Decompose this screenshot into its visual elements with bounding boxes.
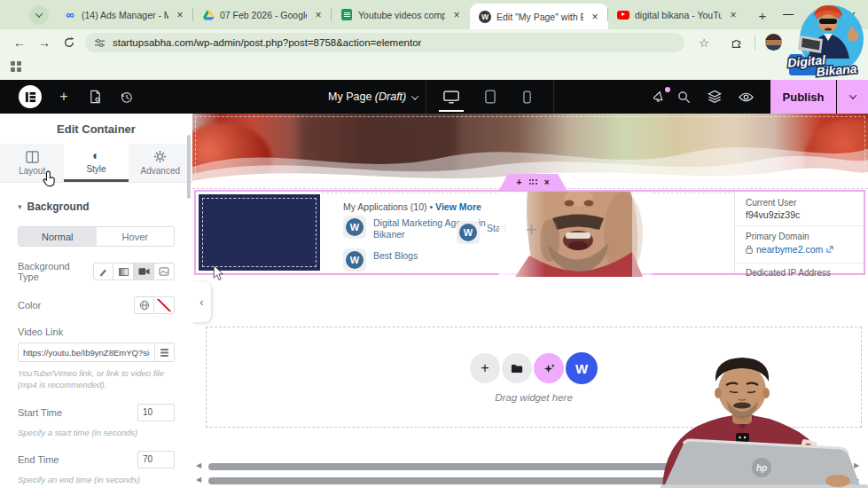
lock-icon — [746, 245, 753, 254]
panel-scrollbar[interactable] — [187, 135, 191, 199]
preview-eye-button[interactable] — [731, 80, 761, 114]
mobile-view-button[interactable] — [512, 80, 542, 114]
clear-color-button[interactable] — [154, 296, 175, 314]
end-time-input[interactable] — [137, 451, 175, 468]
arrow-cursor — [213, 265, 223, 281]
wordpress-icon: W — [479, 11, 491, 23]
app-link[interactable]: Best Blogs — [373, 248, 487, 262]
state-switch: Normal Hover — [18, 226, 175, 247]
bg-video-button[interactable] — [134, 263, 154, 280]
handle-add-icon[interactable]: + — [516, 177, 521, 187]
dedicated-ip-label: Dedicated IP Address — [746, 268, 831, 278]
tab-ads-manager[interactable]: ∞ (14) Ads Manager - Mana × — [55, 0, 193, 29]
history-button[interactable] — [111, 80, 141, 114]
tab-advanced[interactable]: Advanced — [129, 144, 192, 182]
app-row[interactable]: W Best Blogs — [343, 248, 487, 272]
screen: ∞ (14) Ads Manager - Mana × 07 Feb 2026 … — [0, 0, 868, 488]
url-text: startupsabha.com/wp-admin/post.php?post=… — [113, 37, 421, 48]
selected-container[interactable]: My Applications (10) • View More W Digit… — [194, 190, 865, 275]
page-title[interactable]: My Page (Draft) — [328, 80, 418, 114]
finder-search-button[interactable] — [669, 80, 699, 114]
video-camera-icon — [138, 267, 150, 276]
tab-style[interactable]: ◐ Style — [64, 144, 128, 182]
meta-icon: ∞ — [64, 9, 76, 21]
start-time-help: Specify a start time (in seconds) — [18, 427, 175, 438]
tab-search-button[interactable] — [29, 5, 49, 25]
state-hover[interactable]: Hover — [97, 227, 175, 246]
tab-youtube[interactable]: digital bikana - YouTube × — [608, 0, 747, 29]
panel-collapse-handle[interactable]: ‹ — [192, 282, 211, 322]
primary-domain-link[interactable]: nearbyme2.com — [746, 244, 833, 255]
brand-overlay: Digital Bikana — [782, 4, 868, 80]
reload-button[interactable] — [59, 32, 80, 53]
wordpress-widgets-button[interactable]: W — [566, 352, 598, 384]
panel-tabs: Layout ◐ Style Advanced — [0, 144, 192, 183]
drag-hint-text: Drag widget here — [495, 392, 573, 403]
column-dashed-outline — [202, 198, 317, 267]
tab-close-icon[interactable]: × — [589, 11, 601, 23]
forward-button[interactable]: → — [34, 32, 55, 53]
desktop-view-button[interactable] — [436, 80, 466, 114]
video-link-label: Video Link — [18, 327, 175, 337]
ai-builder-button[interactable] — [534, 353, 564, 383]
tablet-view-button[interactable] — [475, 80, 505, 114]
handle-close-icon[interactable]: × — [544, 177, 550, 187]
structure-layers-button[interactable] — [700, 80, 730, 114]
publish-options-button[interactable] — [837, 80, 868, 114]
scroll-left-icon[interactable]: ◀ — [196, 476, 201, 484]
add-element-button[interactable]: + — [49, 80, 79, 114]
tab-sheets[interactable]: Youtube videos complet × — [332, 0, 470, 29]
current-user-label: Current User — [746, 198, 796, 208]
container-handle[interactable]: + × — [499, 174, 567, 190]
tab-close-icon[interactable]: × — [312, 9, 325, 21]
bg-slideshow-button[interactable] — [154, 263, 175, 280]
slideshow-icon — [159, 267, 169, 276]
chevron-down-icon — [848, 91, 856, 98]
add-widget-plus-icon[interactable]: + — [526, 218, 537, 241]
scroll-left-icon[interactable]: ◀ — [196, 461, 201, 469]
video-link-input[interactable] — [18, 342, 155, 362]
bg-classic-button[interactable] — [93, 263, 113, 280]
end-time-label: End Time — [18, 454, 59, 465]
page-settings-button[interactable] — [80, 80, 110, 114]
background-type-buttons — [93, 263, 175, 280]
template-library-button[interactable] — [502, 353, 532, 383]
back-button[interactable]: ← — [9, 32, 30, 53]
elementor-panel: Edit Container Layout ◐ Style Advanced ▾… — [0, 114, 192, 488]
apps-grid-icon[interactable] — [11, 61, 22, 73]
tab-elementor-active[interactable]: W Edit "My Page" with Elem × — [470, 4, 608, 29]
dynamic-tags-button[interactable] — [155, 342, 175, 362]
site-info-icon[interactable] — [94, 37, 106, 49]
tab-close-icon[interactable]: × — [727, 9, 739, 21]
new-tab-button[interactable]: + — [752, 4, 773, 26]
elementor-logo[interactable] — [19, 85, 42, 108]
tab-close-icon[interactable]: × — [174, 9, 186, 21]
sparkles-icon — [543, 362, 556, 375]
laptop-logo: hp — [756, 463, 767, 473]
empty-column[interactable] — [199, 194, 320, 271]
tab-close-icon[interactable]: × — [450, 9, 463, 21]
address-bar[interactable]: startupsabha.com/wp-admin/post.php?post=… — [85, 33, 684, 52]
bookmark-star-button[interactable]: ☆ — [693, 32, 715, 53]
tab-title: Youtube videos complet — [358, 10, 445, 20]
gradient-icon — [119, 268, 129, 276]
background-section-header[interactable]: ▾ Background — [18, 201, 175, 213]
view-more-link[interactable]: View More — [435, 201, 481, 212]
tabs: ∞ (14) Ads Manager - Mana × 07 Feb 2026 … — [55, 0, 773, 29]
wordpress-app-icon: W — [343, 216, 366, 239]
global-color-button[interactable] — [134, 296, 154, 314]
handle-drag-icon[interactable] — [529, 179, 537, 185]
extensions-button[interactable] — [725, 32, 747, 53]
apps-header: My Applications (10) • — [343, 201, 433, 212]
state-normal[interactable]: Normal — [19, 227, 97, 246]
add-section-button[interactable]: + — [470, 353, 500, 383]
hand-cursor — [43, 170, 57, 187]
profile-avatar[interactable] — [765, 34, 782, 51]
start-time-input[interactable] — [137, 404, 175, 421]
tab-google-drive[interactable]: 07 Feb 2026 - Google Dri × — [193, 0, 332, 29]
tab-title: Edit "My Page" with Elem — [497, 12, 583, 22]
video-link-help: YouTube/Vimeo link, or link to video fil… — [18, 367, 175, 391]
bg-gradient-button[interactable] — [113, 263, 134, 280]
publish-button[interactable]: Publish — [770, 80, 836, 114]
webcam-face-overlay — [499, 192, 652, 277]
